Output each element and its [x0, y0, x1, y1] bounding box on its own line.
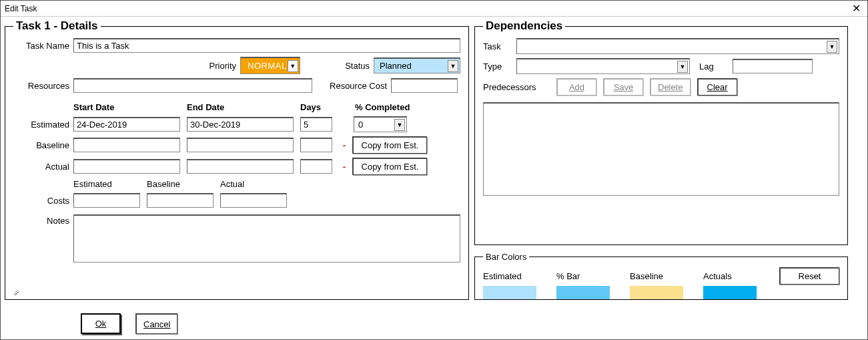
baseline-start-input[interactable] [73, 138, 180, 152]
dep-add-button[interactable]: Add [556, 78, 596, 96]
estimated-end-input[interactable] [187, 117, 294, 132]
costs-estimated-input[interactable] [73, 193, 140, 208]
dep-type-select[interactable]: ▼ [516, 58, 690, 74]
bar-colors-panel: Bar Colors Estimated % Bar Baseline Actu… [474, 252, 848, 300]
costs-baseline-input[interactable] [147, 193, 213, 208]
actual-days-input[interactable] [300, 159, 332, 174]
edit-task-window: Edit Task ✕ Task 1 - Details Task Name P… [0, 0, 868, 340]
chevron-down-icon: ▼ [448, 60, 458, 72]
bar-baseline-label: Baseline [630, 271, 703, 281]
task-details-panel: Task 1 - Details Task Name Priority NORM… [5, 19, 469, 300]
costs-actual-input[interactable] [220, 193, 287, 208]
predecessors-label: Predecessors [483, 82, 556, 92]
costs-baseline-header: Baseline [147, 179, 220, 189]
actual-row-label: Actual [13, 162, 73, 172]
resize-grip-icon [13, 290, 19, 295]
bar-actuals-label: Actuals [703, 271, 777, 281]
dep-type-label: Type [483, 61, 516, 71]
costs-label: Costs [13, 196, 73, 206]
priority-value: NORMAL [248, 61, 287, 71]
swatch-estimated[interactable] [483, 286, 536, 299]
close-icon[interactable]: ✕ [849, 3, 863, 14]
bar-estimated-label: Estimated [483, 271, 556, 281]
chevron-down-icon: ▼ [677, 61, 688, 73]
baseline-dash-icon: - [336, 140, 352, 150]
task-name-label: Task Name [13, 41, 73, 51]
content-area: Task 1 - Details Task Name Priority NORM… [1, 17, 867, 304]
window-title: Edit Task [5, 4, 37, 13]
task-name-input[interactable] [73, 38, 460, 53]
actual-copy-button[interactable]: Copy from Est. [352, 158, 427, 175]
dep-lag-input[interactable] [733, 59, 813, 73]
col-pct-completed: % Completed [355, 102, 435, 112]
chevron-down-icon: ▼ [394, 119, 405, 131]
resource-cost-input[interactable] [391, 78, 458, 93]
resource-cost-label: Resource Cost [318, 81, 391, 91]
cancel-button[interactable]: Cancel [135, 313, 177, 334]
status-value: Planned [380, 61, 412, 71]
priority-select[interactable]: NORMAL ▼ [240, 57, 300, 74]
dep-delete-button[interactable]: Delete [650, 78, 691, 96]
baseline-end-input[interactable] [187, 138, 294, 152]
dep-task-label: Task [483, 41, 516, 51]
dependencies-legend: Dependencies [483, 19, 565, 33]
pct-completed-select[interactable]: 0 ▼ [354, 116, 407, 132]
col-end-date: End Date [187, 102, 300, 112]
status-select[interactable]: Planned ▼ [374, 57, 460, 73]
actual-dash-icon: - [336, 162, 352, 172]
estimated-days-input[interactable] [300, 117, 332, 132]
col-start-date: Start Date [73, 102, 187, 112]
dep-save-button[interactable]: Save [603, 78, 643, 96]
estimated-start-input[interactable] [73, 117, 180, 132]
resources-input[interactable] [73, 78, 312, 93]
bar-pctbar-label: % Bar [556, 271, 630, 281]
costs-estimated-header: Estimated [73, 179, 147, 189]
dep-task-select[interactable]: ▼ [516, 38, 839, 54]
swatch-pctbar[interactable] [556, 286, 610, 299]
chevron-down-icon: ▼ [288, 60, 298, 72]
col-days: Days [300, 102, 340, 112]
actual-end-input[interactable] [187, 159, 294, 174]
dependencies-panel: Dependencies Task ▼ Type ▼ Lag [474, 19, 848, 245]
notes-input[interactable] [73, 214, 460, 263]
priority-label: Priority [200, 61, 240, 71]
ok-button[interactable]: Ok [81, 313, 121, 334]
dep-lag-label: Lag [699, 61, 733, 71]
costs-actual-header: Actual [220, 179, 294, 189]
baseline-row-label: Baseline [13, 140, 73, 150]
dialog-footer: Ok Cancel [81, 313, 177, 334]
estimated-row-label: Estimated [13, 120, 73, 130]
baseline-days-input[interactable] [300, 138, 332, 152]
swatch-actuals[interactable] [703, 286, 757, 299]
actual-start-input[interactable] [73, 159, 180, 174]
pct-completed-value: 0 [358, 120, 363, 130]
status-label: Status [320, 61, 374, 71]
chevron-down-icon: ▼ [827, 41, 837, 53]
predecessors-list[interactable] [483, 102, 839, 196]
swatch-baseline[interactable] [630, 286, 683, 299]
resources-label: Resources [13, 81, 73, 91]
titlebar: Edit Task ✕ [1, 1, 867, 17]
notes-label: Notes [13, 214, 73, 226]
baseline-copy-button[interactable]: Copy from Est. [352, 136, 427, 154]
bar-colors-legend: Bar Colors [483, 252, 529, 262]
task-details-legend: Task 1 - Details [13, 19, 101, 33]
bar-reset-button[interactable]: Reset [779, 267, 839, 285]
dep-clear-button[interactable]: Clear [697, 78, 737, 96]
